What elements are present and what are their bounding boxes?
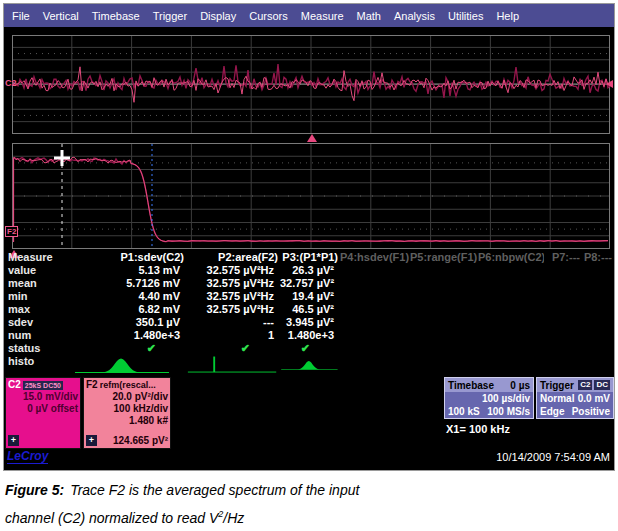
menu-measure[interactable]: Measure [301, 10, 344, 22]
measure-cell-mean-p6 [478, 277, 544, 290]
menu-utilities[interactable]: Utilities [448, 10, 483, 22]
measure-row-label: mean [6, 277, 60, 290]
measure-cell-num-p8 [582, 329, 614, 342]
cursor-readout: X1= 100 kHz [446, 423, 510, 435]
measure-column-header-p6[interactable]: P6:nbpw(C2) [478, 250, 544, 264]
measure-cell-min-p8 [582, 290, 614, 303]
menu-analysis[interactable]: Analysis [394, 10, 435, 22]
menu-trigger[interactable]: Trigger [153, 10, 187, 22]
menu-file[interactable]: File [12, 10, 30, 22]
measure-cell-max-p4 [340, 303, 410, 316]
figure-caption-line2-unit: /Hz [223, 510, 244, 526]
measure-column-header-p2[interactable]: P2:area(F2) [186, 250, 280, 264]
measure-cell-num-p5 [410, 329, 478, 342]
trigger-mode: Normal [540, 392, 574, 405]
measure-row-label: max [6, 303, 60, 316]
measure-table: Measure P1:sdev(C2) P2:area(F2) P3:(P1*P… [6, 250, 614, 377]
measure-cell-mean-p4 [340, 277, 410, 290]
measure-histo-sparkline [60, 355, 186, 377]
math-f2-name: F2 [86, 379, 98, 391]
measure-cell-sdev-p2: --- [186, 316, 280, 329]
measure-cell-max-p3: 46.5 µV² [280, 303, 340, 316]
trigger-title: Trigger [540, 379, 574, 392]
measure-cell-max-p1: 6.82 mV [60, 303, 186, 316]
measure-row-label: status [6, 342, 60, 355]
math-f2-hscale: 100 kHz/div [86, 403, 168, 415]
measure-cell-sdev-p6 [478, 316, 544, 329]
measure-header-row: Measure P1:sdev(C2) P2:area(F2) P3:(P1*P… [6, 250, 614, 264]
channel-c2-scale: 15.0 mV/div [8, 391, 78, 403]
math-f2-box[interactable]: F2 refm(rescal... 20.0 pV²/div 100 kHz/d… [83, 377, 171, 449]
measure-row-value: value5.13 mV32.575 µV²Hz26.3 µV² [6, 264, 614, 277]
trigger-time-marker[interactable] [307, 134, 317, 142]
measure-row-label: histo [6, 355, 60, 377]
math-f2-vscale: 20.0 pV²/div [86, 391, 168, 403]
measure-column-header-p4[interactable]: P4:hsdev(F1) [340, 250, 410, 264]
math-f2-cursor-readout: 124.665 pV² [113, 435, 168, 446]
measure-cell-min-p3: 19.4 µV² [280, 290, 340, 303]
lecroy-logo: LeCroy [7, 450, 48, 464]
measure-status-check: ✔ [280, 342, 340, 355]
timebase-box[interactable]: Timebase 0 µs 100 µs/div 100 kS 100 MS/s [444, 377, 534, 419]
measure-cell-sdev-p4 [340, 316, 410, 329]
measure-column-header-p8[interactable]: P8:--- [582, 250, 614, 264]
measure-title: Measure [6, 250, 60, 264]
channel-c2-box[interactable]: C2 25kS DC50 15.0 mV/div 0 µV offset + [5, 377, 81, 449]
page: File Vertical Timebase Trigger Display C… [0, 0, 618, 531]
trigger-box[interactable]: Trigger C2 DC Normal 0.0 mV Edge Positiv… [536, 377, 614, 419]
measure-body: value5.13 mV32.575 µV²Hz26.3 µV²mean5.71… [6, 264, 614, 377]
measure-cell-mean-p5 [410, 277, 478, 290]
figure-caption-label: Figure 5: [5, 482, 64, 498]
channel-c2-coupling-badge: 25kS DC50 [23, 381, 63, 390]
menu-bar: File Vertical Timebase Trigger Display C… [4, 4, 614, 27]
measure-cell-max-p6 [478, 303, 544, 316]
measure-histo-sparkline [186, 355, 280, 377]
measure-status-check: ✔ [60, 342, 186, 355]
measure-row-min: min4.40 mV32.575 µV²Hz19.4 µV² [6, 290, 614, 303]
menu-vertical[interactable]: Vertical [43, 10, 79, 22]
measure-status-check [478, 342, 544, 355]
measure-cell-mean-p3: 32.757 µV² [280, 277, 340, 290]
measure-column-header-p5[interactable]: P5:range(F1) [410, 250, 478, 264]
timebase-title: Timebase [448, 379, 494, 392]
measure-cell-value-p7 [544, 264, 582, 277]
measure-cell-value-p8 [582, 264, 614, 277]
menu-cursors[interactable]: Cursors [249, 10, 288, 22]
measure-cell-sdev-p7 [544, 316, 582, 329]
measure-row-label: min [6, 290, 60, 303]
measure-column-header-p3[interactable]: P3:(P1*P1) [280, 250, 340, 264]
measure-cell-num-p6 [478, 329, 544, 342]
measure-cell-min-p5 [410, 290, 478, 303]
measure-cell-sdev-p3: 3.945 µV² [280, 316, 340, 329]
measure-cell-num-p1: 1.480e+3 [60, 329, 186, 342]
measure-cell-mean-p7 [544, 277, 582, 290]
measure-cell-min-p2: 32.575 µV²Hz [186, 290, 280, 303]
timebase-samples: 100 kS [448, 405, 480, 418]
measure-column-header-p7[interactable]: P7:--- [544, 250, 582, 264]
channel-c2-name: C2 [8, 379, 21, 391]
menu-timebase[interactable]: Timebase [92, 10, 140, 22]
measure-cell-mean-p1: 5.7126 mV [60, 277, 186, 290]
measure-cell-max-p2: 32.575 µV²Hz [186, 303, 280, 316]
figure-caption-line1: Trace F2 is the averaged spectrum of the… [70, 482, 359, 498]
measure-cell-min-p4 [340, 290, 410, 303]
measure-cell-value-p6 [478, 264, 544, 277]
measure-cell-value-p1: 5.13 mV [60, 264, 186, 277]
measure-histo-sparkline [582, 355, 614, 377]
measure-cell-mean-p8 [582, 277, 614, 290]
measure-histo-sparkline [340, 355, 410, 377]
c2-level-marker[interactable] [606, 80, 613, 88]
measure-column-header-p1[interactable]: P1:sdev(C2) [60, 250, 186, 264]
measure-cell-min-p7 [544, 290, 582, 303]
measure-row-label: sdev [6, 316, 60, 329]
measure-cell-num-p2: 1 [186, 329, 280, 342]
timebase-rate: 100 MS/s [487, 405, 530, 418]
measure-row-label: num [6, 329, 60, 342]
figure-caption-line2: channel (C2) normalized to read V [5, 510, 218, 526]
measure-cell-num-p4 [340, 329, 410, 342]
menu-math[interactable]: Math [357, 10, 381, 22]
menu-help[interactable]: Help [496, 10, 519, 22]
measure-cell-min-p1: 4.40 mV [60, 290, 186, 303]
menu-display[interactable]: Display [200, 10, 236, 22]
measure-status-check [544, 342, 582, 355]
